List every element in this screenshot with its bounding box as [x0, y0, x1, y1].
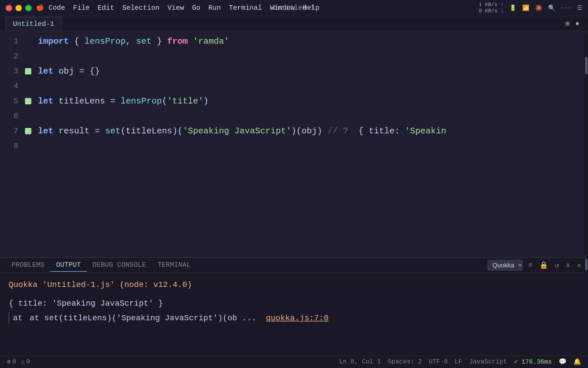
statusbar: ⊗ 0 △ 0 Ln 8, Col 1 Spaces: 2 UTF-8 LF J…: [0, 355, 588, 368]
gutter-line-2: [23, 49, 33, 64]
editor-main: 1 2 3 4 5 6 7 8: [0, 31, 588, 355]
code-line-4: [38, 79, 585, 94]
editor-tab-untitled[interactable]: Untitled-1: [6, 17, 61, 31]
menu-code[interactable]: Code: [45, 3, 69, 13]
code-line-2: [38, 49, 585, 64]
panel-actions: Quokka ≡ 🔒 ↺ ∧ ✕: [488, 260, 582, 271]
feedback-icon[interactable]: 💬: [559, 358, 566, 366]
menu-view[interactable]: View: [164, 3, 187, 13]
tab-debug-console[interactable]: DEBUG CONSOLE: [87, 259, 152, 272]
tab-output[interactable]: OUTPUT: [50, 259, 86, 272]
wifi-icon: 📶: [522, 4, 529, 12]
gutter-line-8: [23, 139, 33, 154]
menu-run[interactable]: Run: [205, 3, 224, 13]
code-line-3: let obj = {}: [38, 64, 585, 79]
line-numbers: 1 2 3 4 5 6 7 8: [0, 34, 23, 255]
titlebar: 🍎 Code File Edit Selection View Go Run T…: [0, 0, 588, 16]
gutter-line-3: [23, 64, 33, 79]
network-status: 1 KB/s ↑0 KB/s ↓: [479, 2, 504, 14]
quokka-dot-3: [25, 68, 31, 74]
output-line-at: at at set(titleLens)('Speaking JavaScrip…: [9, 312, 579, 325]
editor-toolbar: ⊞ ●: [565, 19, 579, 28]
more-icon[interactable]: ···: [561, 5, 571, 11]
menu-terminal[interactable]: Terminal: [225, 3, 265, 13]
editor-content[interactable]: 1 2 3 4 5 6 7 8: [0, 31, 588, 258]
apple-icon: 🍎: [36, 4, 44, 12]
tab-problems[interactable]: PROBLEMS: [6, 259, 50, 272]
dnd-icon: 🔕: [535, 4, 542, 12]
panel-content: Quokka 'Untitled-1.js' (node: v12.4.0) {…: [0, 273, 588, 355]
menu-file[interactable]: File: [70, 3, 93, 13]
quokka-status: ✓ 176.36ms: [514, 358, 552, 366]
code-line-8: [38, 139, 585, 154]
panel: PROBLEMS OUTPUT DEBUG CONSOLE TERMINAL Q…: [0, 258, 588, 355]
panel-scrollbar-thumb[interactable]: [585, 259, 587, 270]
split-editor-icon[interactable]: ⊞: [565, 19, 569, 28]
editor-scrollbar[interactable]: [585, 34, 588, 255]
gutter-line-1: [23, 34, 33, 49]
output-source-select[interactable]: Quokka: [488, 260, 523, 271]
gutter-icons: [23, 34, 33, 255]
gutter-line-4: [23, 79, 33, 94]
menu-selection[interactable]: Selection: [119, 3, 163, 13]
code-line-7: let result = set(titleLens)('Speaking Ja…: [38, 124, 585, 139]
gutter-line-6: [23, 109, 33, 124]
code-line-5: let titleLens = lensProp('title'): [38, 94, 585, 109]
search-icon[interactable]: 🔍: [548, 4, 555, 12]
line-ending[interactable]: LF: [454, 358, 462, 365]
language-mode[interactable]: JavaScript: [469, 358, 507, 365]
battery-icon: 🔋: [509, 4, 517, 12]
collapse-panel-icon[interactable]: ∧: [565, 260, 571, 271]
code-line-6: [38, 109, 585, 124]
cursor-position[interactable]: Ln 8, Col 1: [339, 358, 381, 365]
statusbar-right: Ln 8, Col 1 Spaces: 2 UTF-8 LF JavaScrip…: [339, 358, 581, 366]
error-count[interactable]: ⊗ 0 △ 0: [7, 358, 30, 366]
traffic-lights: [6, 5, 32, 11]
lock-icon[interactable]: 🔒: [538, 260, 549, 271]
output-line-result: { title: 'Speaking JavaScript' }: [9, 297, 579, 310]
panel-tabs: PROBLEMS OUTPUT DEBUG CONSOLE TERMINAL Q…: [0, 258, 588, 273]
close-button[interactable]: [6, 5, 12, 11]
error-icon: ⊗: [7, 358, 11, 366]
warning-icon: △: [21, 358, 24, 366]
gutter-line-7: [23, 124, 33, 139]
clear-output-icon[interactable]: ≡: [527, 260, 533, 270]
code-lines[interactable]: import { lensProp, set } from 'ramda' le…: [33, 34, 585, 255]
quokka-link[interactable]: quokka.js:7:0: [266, 312, 328, 325]
editor-tabs: Untitled-1 ⊞ ●: [0, 16, 588, 31]
gutter-line-5: [23, 94, 33, 109]
quokka-dot-5: [25, 98, 31, 104]
panel-scrollbar[interactable]: [585, 258, 588, 343]
tab-terminal[interactable]: TERMINAL: [152, 259, 196, 272]
minimize-button[interactable]: [16, 5, 22, 11]
loop-icon[interactable]: ↺: [554, 260, 560, 271]
window-title: Untitled-1: [273, 4, 315, 12]
scrollbar-thumb[interactable]: [585, 57, 587, 74]
menu-go[interactable]: Go: [189, 3, 204, 13]
output-line-quokka: Quokka 'Untitled-1.js' (node: v12.4.0): [9, 279, 579, 292]
code-line-1: import { lensProp, set } from 'ramda': [38, 34, 585, 49]
editor-container: Untitled-1 ⊞ ● 1 2 3 4 5 6 7 8: [0, 16, 588, 368]
file-encoding[interactable]: UTF-8: [429, 358, 448, 365]
dot-icon: ●: [575, 20, 579, 27]
indentation[interactable]: Spaces: 2: [388, 358, 422, 365]
list-icon[interactable]: ☰: [577, 4, 582, 12]
maximize-button[interactable]: [25, 5, 32, 11]
quokka-dot-7: [25, 128, 31, 134]
notifications-icon[interactable]: 🔔: [573, 358, 581, 366]
titlebar-right: 1 KB/s ↑0 KB/s ↓ 🔋 📶 🔕 🔍 ··· ☰: [479, 2, 582, 14]
close-panel-icon[interactable]: ✕: [576, 260, 582, 271]
menu-edit[interactable]: Edit: [94, 3, 118, 13]
